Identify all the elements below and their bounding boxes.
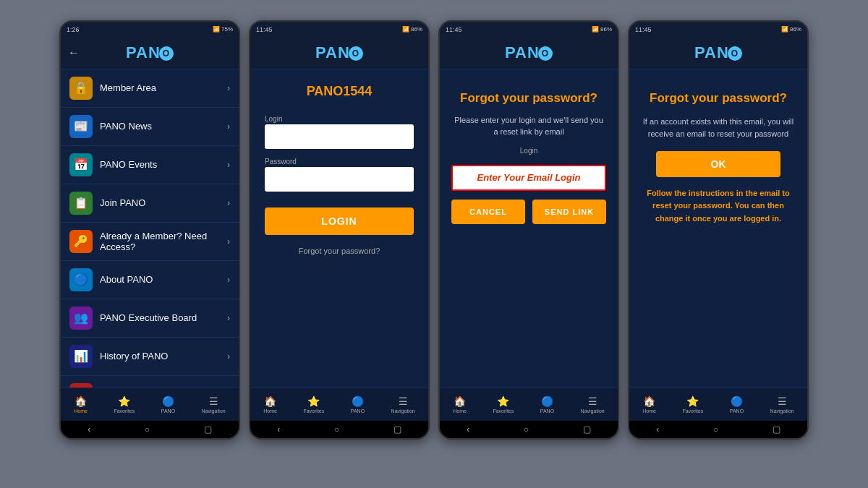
phone-4: 11:45 📶 86% PANO Forgot your password? I… bbox=[628, 20, 809, 440]
menu-icon-nav-2: ☰ bbox=[399, 395, 408, 407]
nav-navigation-label-1: Navigation bbox=[202, 408, 226, 414]
os-nav-2: ‹ ○ ▢ bbox=[250, 421, 428, 438]
phone-1: 1:26 📶 75% ← PANO 🔒 Member Area › 📰 PANO… bbox=[59, 20, 240, 440]
nav-pano-3[interactable]: 🔵 PANO bbox=[540, 395, 554, 414]
nav-home-label-2: Home bbox=[263, 408, 277, 414]
nav-pano-2[interactable]: 🔵 PANO bbox=[351, 395, 365, 414]
logo-bar-1: ← PANO bbox=[61, 38, 239, 69]
phone-3: 11:45 📶 86% PANO Forgot your password? P… bbox=[438, 20, 619, 440]
password-field-label: Password bbox=[265, 158, 414, 166]
menu-item-history[interactable]: 📊 History of PANO › bbox=[61, 338, 239, 376]
nav-favorites-2[interactable]: ⭐ Favorites bbox=[303, 395, 324, 414]
menu-item-member-area[interactable]: 🔒 Member Area › bbox=[61, 69, 239, 108]
home-icon-1: 🏠 bbox=[75, 395, 87, 407]
bottom-nav-4: 🏠 Home ⭐ Favorites 🔵 PANO ☰ Navigation bbox=[629, 388, 807, 421]
nav-favorites-label-3: Favorites bbox=[493, 408, 514, 414]
os-back-4[interactable]: ‹ bbox=[656, 424, 659, 435]
nav-home-4[interactable]: 🏠 Home bbox=[642, 395, 656, 414]
ok-button[interactable]: OK bbox=[656, 151, 780, 177]
logo-text-1: PANO bbox=[126, 43, 174, 62]
menu-label-about-pano: About PANO bbox=[100, 274, 153, 285]
status-bar-1: 1:26 📶 75% bbox=[61, 22, 239, 38]
home-icon-4: 🏠 bbox=[643, 395, 655, 407]
nav-navigation-label-2: Navigation bbox=[391, 408, 415, 414]
pano-icon-4: 🔵 bbox=[731, 395, 743, 407]
nav-home-label-3: Home bbox=[453, 408, 467, 414]
os-home-1[interactable]: ○ bbox=[145, 424, 150, 435]
menu-icon-news: 📰 bbox=[69, 115, 93, 138]
nav-navigation-4[interactable]: ☰ Navigation bbox=[770, 395, 794, 414]
nav-home-2[interactable]: 🏠 Home bbox=[263, 395, 277, 414]
login-form: PANO1544 Login Password LOGIN Forgot you… bbox=[250, 69, 428, 262]
forgot-email-input[interactable] bbox=[451, 165, 606, 191]
logo-o-1: O bbox=[159, 46, 174, 61]
password-input[interactable] bbox=[265, 167, 414, 192]
confirm-title: Forgot your password? bbox=[650, 91, 787, 106]
os-recent-1[interactable]: ▢ bbox=[204, 424, 212, 435]
os-home-2[interactable]: ○ bbox=[334, 424, 339, 435]
logo-o-3: O bbox=[538, 46, 553, 61]
os-recent-2[interactable]: ▢ bbox=[393, 424, 401, 435]
nav-favorites-3[interactable]: ⭐ Favorites bbox=[493, 395, 514, 414]
login-screen: PANO1544 Login Password LOGIN Forgot you… bbox=[250, 69, 428, 388]
home-icon-3: 🏠 bbox=[454, 395, 466, 407]
menu-item-police-bill[interactable]: 📄 Police Officer Bill Rights › bbox=[61, 376, 239, 388]
back-button-1[interactable]: ← bbox=[68, 46, 80, 59]
menu-icon-events: 📅 bbox=[69, 153, 93, 176]
os-back-2[interactable]: ‹ bbox=[277, 424, 280, 435]
os-back-3[interactable]: ‹ bbox=[467, 424, 469, 435]
nav-navigation-1[interactable]: ☰ Navigation bbox=[202, 395, 226, 414]
status-bar-3: 11:45 📶 86% bbox=[440, 22, 618, 38]
pano-icon-3: 🔵 bbox=[541, 395, 553, 407]
logo-bar-3: PANO bbox=[440, 38, 618, 69]
nav-navigation-2[interactable]: ☰ Navigation bbox=[391, 395, 415, 414]
forgot-password-link[interactable]: Forgot your password? bbox=[265, 247, 414, 255]
phone-2: 11:45 📶 86% PANO PANO1544 Login Password… bbox=[249, 20, 430, 440]
os-home-3[interactable]: ○ bbox=[524, 424, 529, 435]
os-recent-4[interactable]: ▢ bbox=[773, 424, 780, 435]
chevron-icon-2: › bbox=[227, 121, 230, 132]
nav-home-1[interactable]: 🏠 Home bbox=[74, 395, 88, 414]
nav-favorites-4[interactable]: ⭐ Favorites bbox=[682, 395, 703, 414]
chevron-icon-6: › bbox=[227, 275, 230, 285]
nav-pano-4[interactable]: 🔵 PANO bbox=[730, 395, 744, 414]
logo-text-3: PANO bbox=[505, 43, 553, 62]
nav-favorites-label-1: Favorites bbox=[114, 408, 135, 414]
nav-pano-1[interactable]: 🔵 PANO bbox=[161, 395, 175, 414]
nav-favorites-1[interactable]: ⭐ Favorites bbox=[114, 395, 135, 414]
os-home-4[interactable]: ○ bbox=[713, 424, 718, 435]
nav-home-label-4: Home bbox=[642, 408, 656, 414]
menu-item-pano-events[interactable]: 📅 PANO Events › bbox=[61, 146, 239, 184]
password-field-group: Password bbox=[265, 158, 414, 192]
logo-o-2: O bbox=[349, 46, 363, 61]
menu-icon-nav-3: ☰ bbox=[588, 395, 597, 407]
status-bar-2: 11:45 📶 86% bbox=[250, 22, 428, 38]
cancel-button[interactable]: CANCEL bbox=[451, 200, 525, 224]
favorites-icon-4: ⭐ bbox=[686, 395, 699, 407]
login-button[interactable]: LOGIN bbox=[265, 207, 414, 235]
menu-item-pano-news[interactable]: 📰 PANO News › bbox=[61, 108, 239, 146]
menu-item-join-pano[interactable]: 📋 Join PANO › bbox=[61, 184, 239, 223]
nav-pano-label-3: PANO bbox=[540, 408, 554, 414]
menu-label-already-member: Already a Member? Need Access? bbox=[100, 231, 220, 252]
os-back-1[interactable]: ‹ bbox=[88, 424, 90, 435]
favorites-icon-2: ⭐ bbox=[307, 395, 320, 407]
menu-icon-key: 🔑 bbox=[69, 230, 93, 253]
send-link-button[interactable]: SEND LINK bbox=[532, 200, 606, 224]
menu-label-member-area: Member Area bbox=[100, 82, 156, 93]
menu-item-about-pano[interactable]: 🔵 About PANO › bbox=[61, 261, 239, 299]
chevron-icon-7: › bbox=[227, 313, 230, 323]
menu-label-join-pano: Join PANO bbox=[100, 197, 145, 208]
nav-home-3[interactable]: 🏠 Home bbox=[453, 395, 467, 414]
os-recent-3[interactable]: ▢ bbox=[583, 424, 591, 435]
chevron-icon-5: › bbox=[227, 236, 230, 247]
login-input[interactable] bbox=[265, 124, 414, 149]
menu-item-already-member[interactable]: 🔑 Already a Member? Need Access? › bbox=[61, 223, 239, 261]
pano-icon-2: 🔵 bbox=[352, 395, 364, 407]
menu-item-executive-board[interactable]: 👥 PANO Executive Board › bbox=[61, 299, 239, 338]
status-time-3: 11:45 bbox=[446, 26, 462, 33]
forgot-button-row: CANCEL SEND LINK bbox=[451, 200, 606, 224]
nav-navigation-3[interactable]: ☰ Navigation bbox=[581, 395, 605, 414]
favorites-icon-1: ⭐ bbox=[118, 395, 130, 407]
chevron-icon-4: › bbox=[227, 198, 230, 208]
